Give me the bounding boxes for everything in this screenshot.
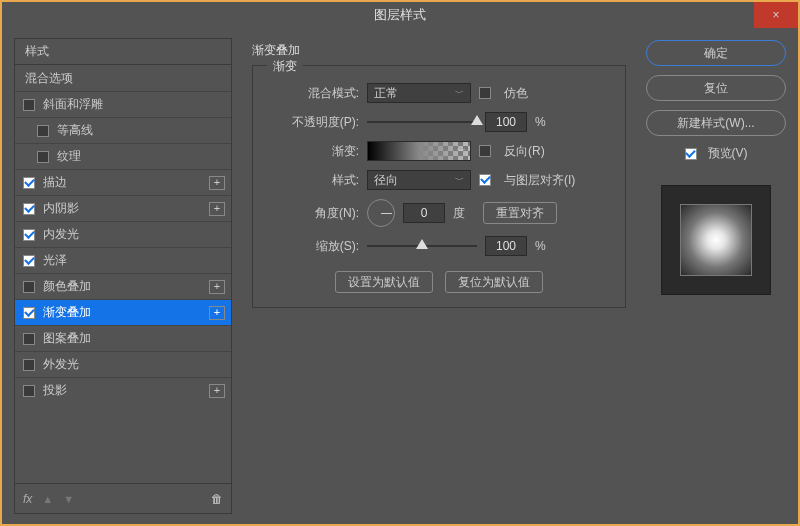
style-item-label: 渐变叠加 — [43, 304, 91, 321]
angle-row: 角度(N): 度 重置对齐 — [267, 199, 611, 227]
add-effect-icon[interactable]: + — [209, 384, 225, 398]
scale-input[interactable] — [485, 236, 527, 256]
gradient-fieldset: 渐变 混合模式: 正常 ﹀ 仿色 不透明度(P): — [252, 65, 626, 308]
preview-label: 预览(V) — [708, 145, 748, 162]
title-bar: 图层样式 × — [2, 2, 798, 28]
style-item-label: 等高线 — [57, 122, 93, 139]
dialog-frame: 图层样式 × 样式 混合选项 斜面和浮雕等高线纹理描边+内阴影+内发光光泽颜色叠… — [0, 0, 800, 526]
preview-wrap — [661, 177, 771, 295]
opacity-slider[interactable] — [367, 115, 477, 129]
style-item-label: 颜色叠加 — [43, 278, 91, 295]
add-effect-icon[interactable]: + — [209, 176, 225, 190]
scale-slider[interactable] — [367, 239, 477, 253]
style-checkbox[interactable] — [23, 229, 35, 241]
cancel-button[interactable]: 复位 — [646, 75, 786, 101]
style-item[interactable]: 等高线 — [15, 117, 231, 143]
reset-align-button[interactable]: 重置对齐 — [483, 202, 557, 224]
style-item[interactable]: 描边+ — [15, 169, 231, 195]
style-item[interactable]: 内发光 — [15, 221, 231, 247]
angle-input[interactable] — [403, 203, 445, 223]
add-effect-icon[interactable]: + — [209, 202, 225, 216]
style-item-label: 描边 — [43, 174, 67, 191]
chevron-down-icon: ﹀ — [455, 87, 464, 100]
opacity-row: 不透明度(P): % — [267, 112, 611, 132]
trash-icon[interactable]: 🗑 — [211, 492, 223, 506]
move-up-icon[interactable]: ▲ — [42, 493, 53, 505]
style-checkbox[interactable] — [23, 99, 35, 111]
style-item[interactable]: 投影+ — [15, 377, 231, 403]
style-item[interactable]: 斜面和浮雕 — [15, 91, 231, 117]
style-checkbox[interactable] — [23, 255, 35, 267]
styles-panel: 样式 混合选项 斜面和浮雕等高线纹理描边+内阴影+内发光光泽颜色叠加+渐变叠加+… — [14, 38, 232, 514]
blend-mode-value: 正常 — [374, 85, 398, 102]
style-checkbox[interactable] — [23, 333, 35, 345]
style-item[interactable]: 内阴影+ — [15, 195, 231, 221]
section-title: 渐变叠加 — [252, 42, 626, 59]
style-item-label: 斜面和浮雕 — [43, 96, 103, 113]
preview-box — [661, 185, 771, 295]
blending-options-label: 混合选项 — [25, 70, 73, 87]
make-default-button[interactable]: 设置为默认值 — [335, 271, 433, 293]
style-checkbox[interactable] — [23, 385, 35, 397]
dither-checkbox[interactable] — [479, 87, 491, 99]
style-select[interactable]: 径向 ﹀ — [367, 170, 471, 190]
reset-default-button[interactable]: 复位为默认值 — [445, 271, 543, 293]
align-checkbox[interactable] — [479, 174, 491, 186]
reverse-label[interactable]: 反向(R) — [504, 143, 545, 160]
style-item-label: 纹理 — [57, 148, 81, 165]
styles-header[interactable]: 样式 — [15, 39, 231, 65]
styles-footer: fx ▲ ▼ 🗑 — [15, 483, 231, 513]
style-item[interactable]: 外发光 — [15, 351, 231, 377]
opacity-unit: % — [535, 115, 546, 129]
style-checkbox[interactable] — [23, 281, 35, 293]
scale-row: 缩放(S): % — [267, 236, 611, 256]
settings-panel: 渐变叠加 渐变 混合模式: 正常 ﹀ 仿色 不透明度(P): — [244, 38, 634, 514]
scale-unit: % — [535, 239, 546, 253]
reverse-checkbox[interactable] — [479, 145, 491, 157]
close-button[interactable]: × — [754, 2, 798, 28]
add-effect-icon[interactable]: + — [209, 280, 225, 294]
move-down-icon[interactable]: ▼ — [63, 493, 74, 505]
gradient-label: 渐变: — [267, 143, 359, 160]
window-title: 图层样式 — [374, 6, 426, 24]
add-effect-icon[interactable]: + — [209, 306, 225, 320]
gradient-swatch[interactable]: ﹀ — [367, 141, 471, 161]
new-style-button[interactable]: 新建样式(W)... — [646, 110, 786, 136]
style-list: 斜面和浮雕等高线纹理描边+内阴影+内发光光泽颜色叠加+渐变叠加+图案叠加外发光投… — [15, 91, 231, 403]
angle-dial[interactable] — [367, 199, 395, 227]
style-item[interactable]: 光泽 — [15, 247, 231, 273]
fx-icon[interactable]: fx — [23, 492, 32, 506]
style-checkbox[interactable] — [37, 151, 49, 163]
defaults-row: 设置为默认值 复位为默认值 — [267, 271, 611, 293]
blend-mode-select[interactable]: 正常 ﹀ — [367, 83, 471, 103]
style-item-label: 光泽 — [43, 252, 67, 269]
style-checkbox[interactable] — [37, 125, 49, 137]
style-label: 样式: — [267, 172, 359, 189]
style-value: 径向 — [374, 172, 398, 189]
ok-button[interactable]: 确定 — [646, 40, 786, 66]
align-label[interactable]: 与图层对齐(I) — [504, 172, 575, 189]
style-item[interactable]: 纹理 — [15, 143, 231, 169]
opacity-label: 不透明度(P): — [267, 114, 359, 131]
preview-thumbnail — [680, 204, 752, 276]
blending-options-row[interactable]: 混合选项 — [15, 65, 231, 91]
style-checkbox[interactable] — [23, 359, 35, 371]
style-checkbox[interactable] — [23, 203, 35, 215]
style-item-label: 内发光 — [43, 226, 79, 243]
chevron-down-icon: ﹀ — [455, 174, 464, 187]
scale-label: 缩放(S): — [267, 238, 359, 255]
style-row: 样式: 径向 ﹀ 与图层对齐(I) — [267, 170, 611, 190]
style-item[interactable]: 渐变叠加+ — [15, 299, 231, 325]
preview-checkbox[interactable] — [685, 148, 697, 160]
style-checkbox[interactable] — [23, 307, 35, 319]
dither-label[interactable]: 仿色 — [504, 85, 528, 102]
style-item[interactable]: 颜色叠加+ — [15, 273, 231, 299]
style-item[interactable]: 图案叠加 — [15, 325, 231, 351]
blend-mode-label: 混合模式: — [267, 85, 359, 102]
close-icon: × — [772, 8, 779, 22]
style-item-label: 内阴影 — [43, 200, 79, 217]
preview-toggle-row[interactable]: 预览(V) — [646, 145, 786, 162]
dialog-body: 样式 混合选项 斜面和浮雕等高线纹理描边+内阴影+内发光光泽颜色叠加+渐变叠加+… — [2, 28, 798, 524]
style-checkbox[interactable] — [23, 177, 35, 189]
opacity-input[interactable] — [485, 112, 527, 132]
